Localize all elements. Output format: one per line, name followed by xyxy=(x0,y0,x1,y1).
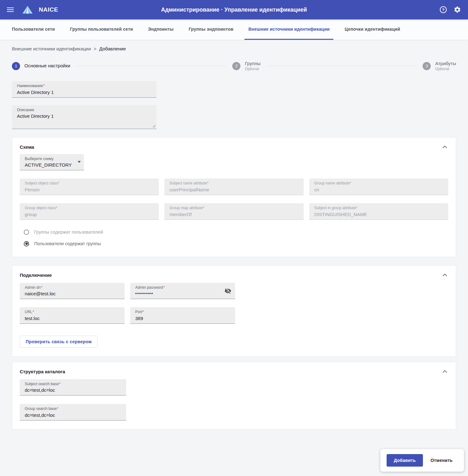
step-1-label: Основные настройки xyxy=(24,63,70,69)
test-connection-button[interactable]: Проверить связь с сервером xyxy=(20,336,98,348)
group-search-base-field[interactable]: Group search base* dc=test,dc=loc xyxy=(20,404,126,421)
breadcrumb-parent[interactable]: Внешние источники идентификации xyxy=(12,46,91,51)
step-2-sublabel: Optional xyxy=(245,67,260,71)
step-2-text: Группы Optional xyxy=(245,61,260,71)
breadcrumb: Внешние источники идентификации > Добавл… xyxy=(0,40,468,51)
directory-card-title: Структура каталога xyxy=(20,369,65,374)
membership-radio-group: Группы содержат пользователей Пользовате… xyxy=(20,228,448,248)
radio-users-contain-groups[interactable]: Пользователи содержат группы xyxy=(20,240,448,248)
visibility-off-icon[interactable] xyxy=(224,287,231,294)
admin-password-label: Admin password* xyxy=(135,285,230,290)
connection-card-title: Подключение xyxy=(20,272,52,278)
schema-fields-grid: Subject object class* Person Subject nam… xyxy=(20,178,448,220)
stepper-connector xyxy=(266,66,417,66)
group-map-attribute-value: memberOf xyxy=(169,212,298,217)
description-field[interactable]: Описание Active Directory 1 xyxy=(12,105,157,129)
connection-card: Подключение Admin dn* naice@test.loc Adm… xyxy=(12,265,456,357)
schema-card: Схема Выберите схему ACTIVE_DIRECTORY Su… xyxy=(12,137,456,257)
directory-structure-card: Структура каталога Subject search base* … xyxy=(12,362,456,430)
resize-handle-icon[interactable] xyxy=(152,125,156,128)
name-field[interactable]: Наименование* Active Directory 1 xyxy=(12,81,157,98)
description-field-label: Описание xyxy=(17,108,152,113)
name-field-label-text: Наименование xyxy=(17,84,43,88)
subject-name-attribute-label: Subject name attribute* xyxy=(169,181,298,186)
url-value: test.loc xyxy=(25,316,120,321)
step-3-label: Атрибуты xyxy=(435,61,456,67)
step-3-text: Атрибуты Optional xyxy=(435,61,456,71)
step-1-basic-settings[interactable]: 1 Основные настройки xyxy=(12,62,70,70)
directory-card-header: Структура каталога xyxy=(20,369,448,374)
required-marker: * xyxy=(41,285,43,290)
subject-search-base-field[interactable]: Subject search base* dc=test,dc=loc xyxy=(20,379,126,396)
main-content: 1 Основные настройки 2 Группы Optional 3… xyxy=(0,61,468,430)
stepper: 1 Основные настройки 2 Группы Optional 3… xyxy=(12,61,456,71)
help-glyph: ? xyxy=(442,8,445,12)
connection-fields-grid: Admin dn* naice@test.loc Admin password*… xyxy=(20,283,448,324)
schema-select-label: Выберите схему xyxy=(25,157,79,162)
step-1-circle: 1 xyxy=(12,62,20,70)
menu-icon[interactable] xyxy=(7,6,14,13)
step-3-sublabel: Optional xyxy=(435,67,456,71)
tab-endpoint-groups[interactable]: Группы эндпоинтов xyxy=(185,19,237,40)
port-label-text: Port xyxy=(135,310,142,314)
radio-groups-contain-users-label: Группы содержат пользователей xyxy=(34,230,103,235)
radio-groups-contain-users[interactable]: Группы содержат пользователей xyxy=(20,228,448,236)
subject-name-attribute-field: Subject name attribute* userPrincipalNam… xyxy=(164,178,303,195)
admin-dn-field[interactable]: Admin dn* naice@test.loc xyxy=(20,283,125,299)
admin-dn-label-text: Admin dn xyxy=(25,285,41,290)
url-field[interactable]: URL* test.loc xyxy=(20,307,125,324)
schema-select-value: ACTIVE_DIRECTORY xyxy=(25,162,79,168)
name-field-value: Active Directory 1 xyxy=(17,90,152,95)
url-label: URL* xyxy=(25,310,120,315)
port-field[interactable]: Port* 389 xyxy=(130,307,235,324)
tab-identity-chains[interactable]: Цепочки идентификаций xyxy=(341,19,404,40)
step-3-attributes[interactable]: 3 Атрибуты Optional xyxy=(423,61,456,71)
settings-gear-icon[interactable] xyxy=(454,6,461,13)
description-field-value: Active Directory 1 xyxy=(17,113,152,119)
cancel-button[interactable]: Отменить xyxy=(425,454,458,467)
tab-external-identity-sources[interactable]: Внешние источники идентификации xyxy=(244,19,333,40)
port-value: 389 xyxy=(135,316,230,321)
required-marker: * xyxy=(59,382,61,386)
schema-card-header: Схема xyxy=(20,144,448,150)
admin-password-label-text: Admin password xyxy=(135,285,163,290)
app-name: NAICE xyxy=(39,6,58,13)
schema-select-label-text: Выберите схему xyxy=(25,157,54,161)
group-map-attribute-field: Group map attribute* memberOf xyxy=(164,203,303,220)
connection-card-header: Подключение xyxy=(20,272,448,278)
group-name-attribute-value: cn xyxy=(314,187,443,192)
description-field-label-text: Описание xyxy=(17,108,34,112)
group-name-attribute-field: Group name attribute* cn xyxy=(309,178,448,195)
subject-name-attribute-value: userPrincipalName xyxy=(169,187,298,192)
schema-card-title: Схема xyxy=(20,144,34,150)
help-icon[interactable]: ? xyxy=(440,6,447,13)
step-1-text: Основные настройки xyxy=(24,63,70,69)
group-object-class-field: Group object class* group xyxy=(20,203,159,220)
subject-search-base-label: Subject search base* xyxy=(25,382,121,387)
collapse-chevron-up-icon[interactable] xyxy=(443,146,447,150)
schema-select[interactable]: Выберите схему ACTIVE_DIRECTORY xyxy=(20,154,84,171)
url-label-text: URL xyxy=(25,310,32,314)
tab-network-user-groups[interactable]: Группы пользователей сети xyxy=(66,19,136,40)
required-marker: * xyxy=(57,406,59,411)
admin-password-field[interactable]: Admin password* ••••••••• xyxy=(130,283,235,299)
name-field-label: Наименование* xyxy=(17,84,152,89)
collapse-chevron-up-icon[interactable] xyxy=(443,370,447,375)
step-2-label: Группы xyxy=(245,61,260,67)
group-search-base-label-text: Group search base xyxy=(25,406,57,411)
chevron-down-icon xyxy=(78,161,81,163)
page-title: Администрирование · Управление идентифик… xyxy=(161,7,307,13)
admin-dn-value: naice@test.loc xyxy=(25,291,120,296)
radio-users-contain-groups-label: Пользователи содержат группы xyxy=(34,241,101,246)
group-object-class-value: group xyxy=(25,212,154,217)
main-tabs: Пользователи сети Группы пользователей с… xyxy=(0,19,468,40)
required-marker: * xyxy=(142,310,144,314)
tab-endpoints[interactable]: Эндпоинты xyxy=(144,19,177,40)
group-name-attribute-label: Group name attribute* xyxy=(314,181,443,186)
stepper-connector xyxy=(76,66,227,66)
breadcrumb-current: Добавление xyxy=(99,46,126,51)
tab-network-users[interactable]: Пользователи сети xyxy=(8,19,59,40)
collapse-chevron-up-icon[interactable] xyxy=(443,274,447,278)
add-button[interactable]: Добавить xyxy=(387,454,423,467)
step-2-groups[interactable]: 2 Группы Optional xyxy=(232,61,260,71)
